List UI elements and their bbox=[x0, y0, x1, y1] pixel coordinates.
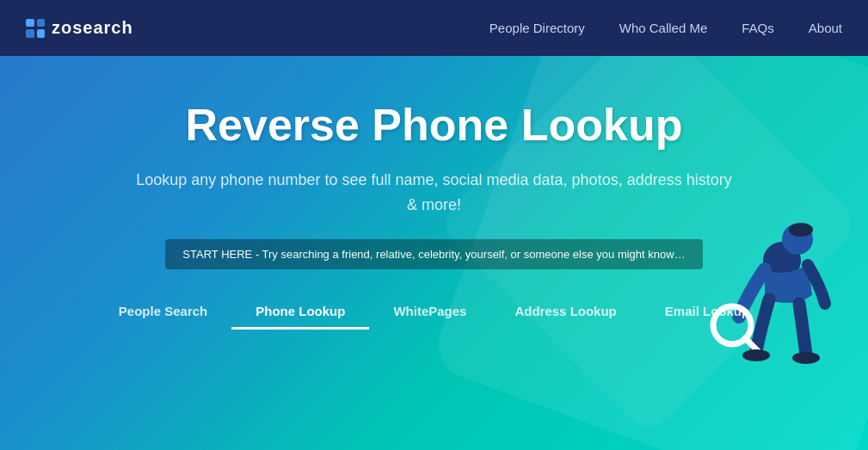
logo[interactable]: zosearch bbox=[26, 18, 133, 38]
logo-grid-icon bbox=[26, 19, 45, 38]
hero-content: Reverse Phone Lookup Lookup any phone nu… bbox=[133, 99, 736, 295]
nav-link-people-directory[interactable]: People Directory bbox=[489, 21, 585, 35]
nav-links: People Directory Who Called Me FAQs Abou… bbox=[489, 21, 842, 35]
tab-whitepages[interactable]: WhitePages bbox=[369, 295, 490, 330]
hero-section: Reverse Phone Lookup Lookup any phone nu… bbox=[0, 56, 868, 450]
tab-phone-lookup[interactable]: Phone Lookup bbox=[231, 295, 369, 330]
start-banner-text: START HERE - Try searching a friend, rel… bbox=[182, 248, 685, 261]
nav-link-who-called-me[interactable]: Who Called Me bbox=[619, 21, 708, 35]
nav-link-about[interactable]: About bbox=[809, 21, 842, 35]
hero-subtitle: Lookup any phone number to see full name… bbox=[133, 168, 736, 218]
tab-address-lookup[interactable]: Address Lookup bbox=[490, 295, 640, 330]
svg-point-6 bbox=[792, 352, 820, 364]
hero-title: Reverse Phone Lookup bbox=[133, 99, 736, 151]
svg-point-5 bbox=[742, 349, 770, 361]
svg-point-2 bbox=[789, 223, 813, 237]
tabs-bar: People Search Phone Lookup WhitePages Ad… bbox=[52, 295, 816, 330]
tab-email-lookup[interactable]: Email Lookup bbox=[641, 295, 773, 330]
navbar: zosearch People Directory Who Called Me … bbox=[0, 0, 868, 56]
start-banner: START HERE - Try searching a friend, rel… bbox=[165, 239, 702, 269]
logo-text: zosearch bbox=[52, 18, 133, 38]
nav-link-faqs[interactable]: FAQs bbox=[742, 21, 774, 35]
tab-people-search[interactable]: People Search bbox=[95, 295, 231, 330]
